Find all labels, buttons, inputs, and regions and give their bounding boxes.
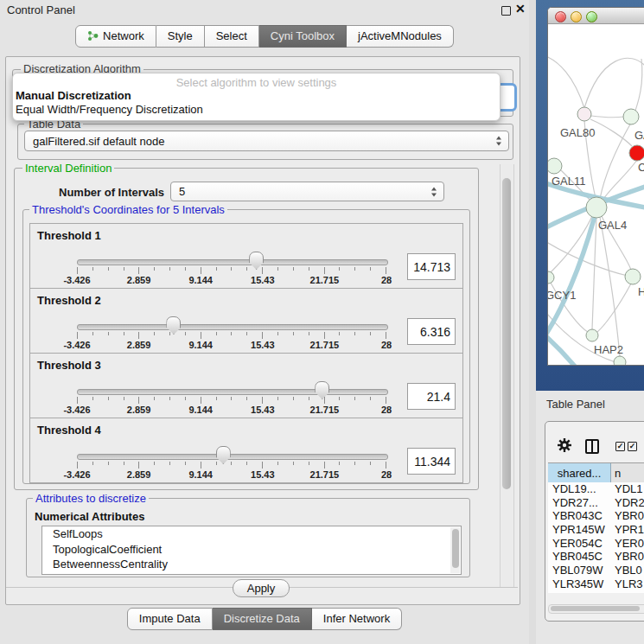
cell-name[interactable]: YPR1	[615, 523, 644, 537]
table-row[interactable]: YDR27...YDR2	[548, 496, 644, 510]
table-row[interactable]: YDL19...YDL1	[548, 482, 644, 496]
zoom-traffic-light-icon[interactable]	[586, 11, 597, 22]
network-edge-highlighted[interactable]	[548, 332, 576, 366]
popup-option-manual-discretization[interactable]: Manual Discretization	[16, 89, 131, 102]
network-edge[interactable]	[584, 58, 644, 108]
network-node-gal80[interactable]	[577, 107, 591, 121]
tab-jactivemnodules[interactable]: jActiveMNodules	[347, 25, 454, 48]
cell-shared-name[interactable]: YER054C	[548, 537, 615, 551]
network-edge[interactable]	[591, 116, 624, 118]
tab-cyni-toolbox[interactable]: Cyni Toolbox	[259, 25, 347, 48]
threshold-value-field[interactable]	[407, 318, 456, 345]
numerical-attributes-label: Numerical Attributes	[35, 510, 144, 523]
numerical-attributes-list[interactable]: SelfLoopsTopologicalCoefficientBetweenne…	[41, 526, 462, 575]
tab-network[interactable]: Network	[75, 25, 156, 48]
cell-shared-name[interactable]: YLR345W	[548, 577, 615, 591]
tab-discretize-data[interactable]: Discretize Data	[213, 608, 312, 630]
cell-name[interactable]: YBL0	[615, 564, 644, 577]
cell-name[interactable]: YBR0	[615, 550, 644, 564]
table-row[interactable]: YBL079WYBL0	[548, 564, 644, 577]
apply-button[interactable]: Apply	[233, 579, 290, 597]
table-row[interactable]: YBR043CYBR0	[548, 509, 644, 523]
network-window-titlebar[interactable]	[548, 8, 644, 24]
cell-shared-name[interactable]: YPR145W	[548, 523, 615, 537]
tick-label: 28	[381, 405, 392, 415]
network-node-hap2[interactable]	[586, 329, 598, 341]
tab-impute-data[interactable]: Impute Data	[127, 608, 213, 630]
tick-label: 15.43	[251, 405, 275, 415]
cell-name[interactable]: YDR2	[615, 496, 644, 510]
threshold-value-field[interactable]	[407, 253, 456, 280]
algorithm-popup-hint: Select algorithm to view settings	[13, 76, 500, 89]
network-edge[interactable]	[592, 218, 596, 329]
minimize-traffic-light-icon[interactable]	[571, 11, 582, 22]
threshold-value-field[interactable]	[407, 448, 456, 475]
cell-shared-name[interactable]: YBL079W	[548, 564, 615, 577]
attribute-item-topologicalcoefficient[interactable]: TopologicalCoefficient	[42, 542, 461, 558]
network-canvas[interactable]: GAL80GACGAL11GAL4GCY1HHAP2	[548, 24, 644, 366]
main-scrollbar-track[interactable]	[500, 164, 514, 587]
checkbox-icon-1[interactable]: ✓	[615, 442, 625, 451]
table-hscrollbar-track[interactable]	[548, 604, 644, 614]
column-header-shared-name[interactable]: shared...	[548, 463, 611, 482]
cell-name[interactable]: YBR0	[615, 509, 644, 523]
gear-icon[interactable]	[557, 437, 572, 453]
network-node-gal3[interactable]	[623, 109, 639, 124]
network-edge[interactable]	[548, 55, 584, 108]
main-scrollbar-thumb[interactable]	[502, 178, 511, 489]
table-row[interactable]: YER054CYER0	[548, 537, 644, 551]
tab-select[interactable]: Select	[205, 25, 259, 48]
checkbox-icon-2[interactable]: ✓	[628, 442, 637, 451]
network-edge-highlighted[interactable]	[548, 216, 595, 339]
cell-shared-name[interactable]: YBR043C	[548, 509, 615, 523]
network-node-gal4[interactable]	[586, 197, 607, 218]
cell-name[interactable]: YLR3	[615, 577, 644, 591]
network-node-gcy1[interactable]	[548, 271, 554, 284]
table-data-combobox[interactable]: galFiltered.sif default node	[24, 131, 509, 151]
cell-shared-name[interactable]: YBR045C	[548, 550, 615, 564]
attributes-scrollbar-thumb[interactable]	[452, 529, 459, 568]
popup-option-equal-width-frequency[interactable]: Equal Width/Frequency Discretization	[16, 103, 203, 116]
network-view-window[interactable]: GAL80GACGAL11GAL4GCY1HHAP2	[547, 7, 644, 366]
network-node-selected-red[interactable]	[629, 145, 644, 161]
slider-track[interactable]	[77, 259, 388, 265]
node-label-gal4: GAL4	[598, 219, 627, 232]
tab-style[interactable]: Style	[156, 25, 205, 48]
tick-label: 21.715	[310, 405, 340, 415]
table-row[interactable]: YLR345WYLR3	[548, 577, 644, 591]
table-row[interactable]: YPR145WYPR1	[548, 523, 644, 537]
close-icon[interactable]: ✕	[515, 2, 526, 16]
cell-name[interactable]: YIL0	[615, 591, 644, 594]
network-node-h-node[interactable]	[625, 269, 641, 284]
column-header-name[interactable]: n	[611, 463, 644, 482]
number-of-intervals-combobox[interactable]: 5	[170, 182, 444, 201]
number-of-intervals-label: Number of Intervals	[59, 186, 164, 199]
table-row[interactable]: YBR045CYBR0	[548, 550, 644, 564]
cell-shared-name[interactable]: YDL19...	[548, 482, 615, 496]
network-node-bottom-node[interactable]	[614, 356, 626, 366]
slider-track[interactable]	[77, 389, 388, 395]
attribute-item-betweennesscentrality[interactable]: BetweennessCentrality	[42, 557, 461, 572]
tick-label: 9.144	[188, 275, 213, 285]
attribute-item-selfloops[interactable]: SelfLoops	[42, 526, 461, 542]
tick-label: 2.859	[127, 469, 151, 480]
threshold-value-field[interactable]	[407, 383, 456, 410]
cell-name[interactable]: YER0	[615, 537, 644, 551]
cell-shared-name[interactable]: YDR27...	[548, 496, 615, 510]
slider-track[interactable]	[77, 454, 388, 460]
cell-name[interactable]: YDL1	[615, 482, 644, 496]
split-columns-icon[interactable]	[585, 439, 599, 454]
table-hscrollbar-thumb[interactable]	[551, 606, 640, 611]
attributes-scrollbar-track[interactable]	[450, 527, 460, 573]
network-node-gal11[interactable]	[548, 158, 562, 174]
table-row[interactable]: YIL052CYIL0	[548, 591, 644, 594]
cell-shared-name[interactable]: YIL052C	[548, 591, 615, 594]
network-edge[interactable]	[600, 217, 620, 356]
tick-label: 21.715	[310, 340, 340, 350]
table-rows: YDL19...YDL1YDR27...YDR2YBR043CYBR0YPR14…	[548, 482, 644, 593]
close-traffic-light-icon[interactable]	[555, 11, 566, 22]
slider-track[interactable]	[77, 324, 388, 330]
float-window-icon[interactable]	[501, 6, 511, 16]
network-edge[interactable]	[600, 123, 631, 199]
tab-infer-network[interactable]: Infer Network	[312, 608, 402, 630]
